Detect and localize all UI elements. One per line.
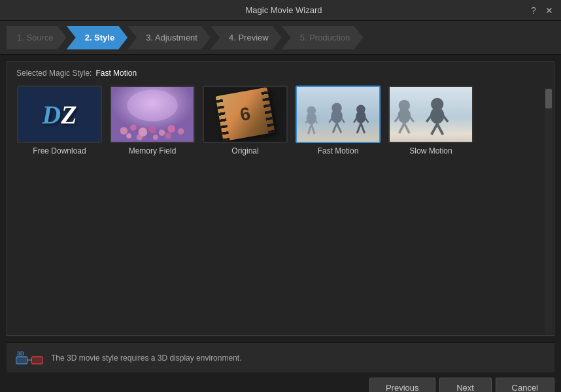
step-style[interactable]: 2. Style: [67, 26, 128, 50]
close-button[interactable]: ✕: [544, 5, 554, 16]
svg-point-9: [126, 133, 131, 139]
svg-point-31: [356, 105, 366, 114]
style-item-fast-motion[interactable]: Fast Motion: [295, 86, 381, 155]
help-button[interactable]: ?: [528, 5, 539, 16]
svg-text:3D: 3D: [17, 350, 25, 357]
selected-style-bar: Selected Magic Style: Fast Motion: [7, 62, 554, 83]
style-label-original: Original: [231, 146, 258, 155]
scroll-thumb: [545, 89, 552, 108]
step-source[interactable]: 1. Source: [7, 26, 67, 50]
window-title: Magic Movie Wizard: [39, 5, 528, 15]
previous-button[interactable]: Previous: [369, 378, 435, 392]
style-thumb-original: 6: [203, 86, 288, 143]
style-label-memory-field: Memory Field: [129, 146, 177, 155]
info-text: The 3D movie style requires a 3D display…: [51, 353, 241, 363]
title-bar-controls: ? ✕: [528, 5, 554, 16]
style-grid: DZ Free Download: [7, 83, 554, 162]
svg-point-5: [148, 125, 156, 133]
svg-point-12: [165, 133, 171, 139]
svg-rect-50: [32, 357, 42, 363]
style-item-free-download[interactable]: DZ Free Download: [16, 86, 103, 155]
style-label-free-download: Free Download: [33, 146, 86, 155]
svg-point-8: [178, 128, 184, 135]
style-label-fast-motion: Fast Motion: [318, 146, 359, 155]
step-production[interactable]: 5. Production: [282, 26, 364, 50]
cancel-button[interactable]: Cancel: [496, 378, 554, 392]
info-bar: 3D The 3D movie style requires a 3D disp…: [7, 342, 554, 372]
next-button[interactable]: Next: [439, 378, 492, 392]
svg-point-25: [332, 103, 342, 114]
svg-point-2: [120, 127, 128, 135]
style-item-memory-field[interactable]: Memory Field: [109, 86, 196, 155]
main-content: Selected Magic Style: Fast Motion DZ Fre…: [7, 61, 554, 336]
filmstrip-icon: 6: [216, 88, 275, 142]
style-thumb-memory-field: [110, 86, 195, 143]
style-thumb-slow-motion: [388, 86, 473, 143]
title-bar: Magic Movie Wizard ? ✕: [0, 0, 561, 21]
3d-icon: 3D: [16, 348, 43, 368]
step-adjustment[interactable]: 3. Adjustment: [128, 26, 211, 50]
svg-point-1: [127, 90, 178, 121]
style-thumb-fast-motion: [296, 86, 381, 143]
svg-point-7: [167, 125, 175, 133]
scroll-track[interactable]: [545, 88, 552, 334]
svg-point-10: [137, 134, 143, 140]
step-preview[interactable]: 4. Preview: [211, 26, 282, 50]
style-item-slow-motion[interactable]: Slow Motion: [388, 86, 474, 155]
selected-style-value: Fast Motion: [95, 69, 137, 78]
bottom-bar: Previous Next Cancel: [0, 372, 561, 392]
svg-rect-49: [17, 357, 27, 363]
svg-point-3: [130, 125, 137, 131]
svg-point-19: [307, 106, 316, 115]
style-label-slow-motion: Slow Motion: [409, 146, 452, 155]
wizard-steps: 1. Source 2. Style 3. Adjustment 4. Prev…: [0, 21, 561, 55]
svg-point-11: [153, 135, 158, 140]
selected-style-prefix: Selected Magic Style:: [16, 69, 92, 78]
style-thumb-free-download: DZ: [17, 86, 102, 143]
style-item-original[interactable]: 6 Original: [202, 86, 288, 155]
svg-point-6: [159, 129, 165, 136]
